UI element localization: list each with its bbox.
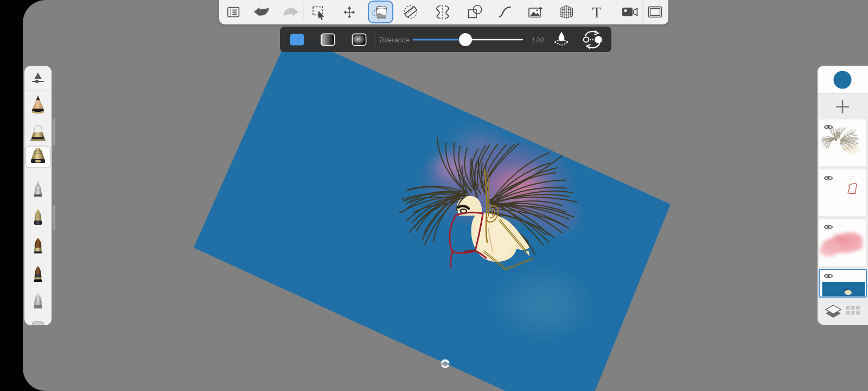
svg-text:120: 120 xyxy=(531,36,544,44)
svg-text:T: T xyxy=(592,4,601,21)
svg-text:Tolerance: Tolerance xyxy=(379,36,410,44)
